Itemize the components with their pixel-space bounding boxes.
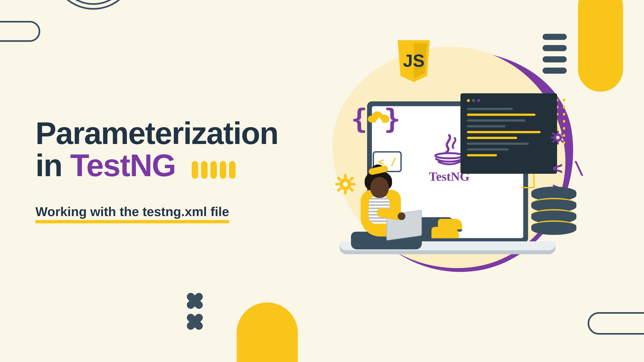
svg-rect-20	[560, 140, 564, 143]
title-line2-highlight: TestNG	[70, 148, 176, 183]
title-ticks-decoration	[192, 151, 238, 184]
subtitle: Working with the testng.xml file	[36, 204, 229, 223]
code-lines	[467, 108, 550, 156]
arch-yellow-bottom	[237, 303, 298, 362]
svg-rect-13	[557, 131, 559, 134]
hero-illustration: TestNG JS { } < / >	[312, 32, 602, 290]
cloud-upload-icon	[361, 108, 398, 132]
svg-rect-16	[562, 137, 565, 138]
pill-outline-bottom-right	[588, 312, 644, 335]
title-line2: in TestNG	[36, 149, 278, 184]
wire-decoration	[522, 174, 534, 188]
svg-rect-17	[552, 132, 555, 135]
js-shield-icon: JS	[394, 39, 433, 84]
svg-point-0	[435, 153, 463, 158]
svg-rect-1	[377, 121, 381, 129]
title-block: Parameterization in TestNG	[36, 117, 278, 184]
svg-point-21	[556, 136, 560, 139]
title-line1: Parameterization	[36, 117, 278, 149]
database-stack-icon	[531, 187, 576, 241]
svg-rect-18	[560, 132, 564, 135]
js-shield-text: JS	[403, 51, 425, 70]
person-illustration	[336, 172, 446, 256]
x-marks-decoration	[187, 293, 203, 330]
svg-rect-14	[557, 142, 559, 144]
svg-rect-15	[551, 137, 554, 138]
code-window	[460, 93, 557, 174]
svg-rect-19	[552, 140, 555, 143]
gear-purple-icon	[550, 130, 565, 145]
pill-outline-left	[0, 21, 40, 42]
title-line2-plain: in	[36, 148, 70, 183]
